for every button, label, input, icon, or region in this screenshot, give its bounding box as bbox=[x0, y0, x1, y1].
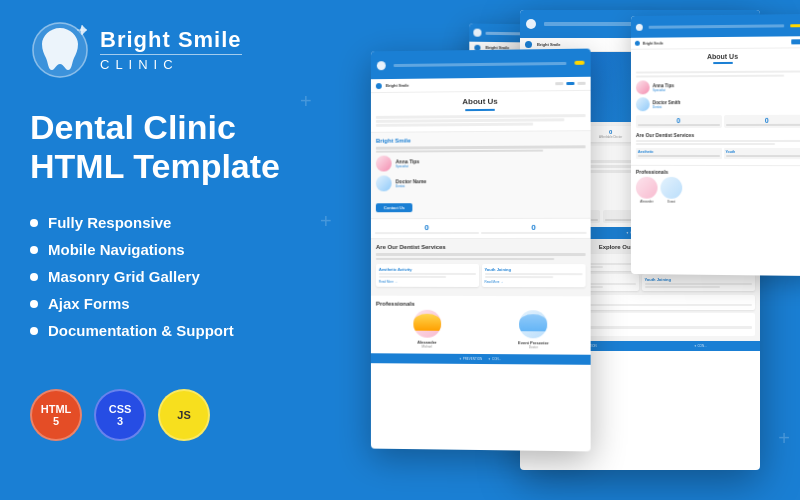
bullet-icon bbox=[30, 273, 38, 281]
features-list: Fully Responsive Mobile Navigations Maso… bbox=[30, 214, 310, 349]
feature-item: Mobile Navigations bbox=[30, 241, 310, 258]
deco-plus-1: + bbox=[300, 90, 312, 113]
html5-badge: HTML5 bbox=[30, 389, 82, 441]
feature-item: Documentation & Support bbox=[30, 322, 310, 339]
logo-subtitle: CLINIC bbox=[100, 54, 242, 72]
logo-icon bbox=[30, 20, 90, 80]
logo-title: Bright Smile bbox=[100, 28, 242, 52]
left-panel: Bright Smile CLINIC Dental ClinicHTML Te… bbox=[0, 0, 340, 500]
css3-badge: CSS3 bbox=[94, 389, 146, 441]
screenshot-front: Bright Smile About Us Bright Smile bbox=[371, 49, 591, 452]
bullet-icon bbox=[30, 246, 38, 254]
bullet-icon bbox=[30, 327, 38, 335]
feature-item: Fully Responsive bbox=[30, 214, 310, 231]
js-badge: JS bbox=[158, 389, 210, 441]
logo-area: Bright Smile CLINIC bbox=[30, 20, 310, 80]
right-panel: Bright Smile Blog bbox=[290, 10, 800, 500]
feature-item: Ajax Forms bbox=[30, 295, 310, 312]
sc-about-header bbox=[631, 14, 800, 38]
deco-plus-3: + bbox=[778, 427, 790, 450]
screenshot-about: Bright Smile About Us Anna Tips Speciali… bbox=[631, 14, 800, 276]
logo-text: Bright Smile CLINIC bbox=[100, 28, 242, 72]
bullet-icon bbox=[30, 300, 38, 308]
bullet-icon bbox=[30, 219, 38, 227]
deco-plus-2: + bbox=[320, 210, 332, 233]
main-title: Dental ClinicHTML Template bbox=[30, 108, 310, 186]
tech-badges: HTML5 CSS3 JS bbox=[30, 389, 310, 441]
feature-item: Masonry Grid Gallery bbox=[30, 268, 310, 285]
sc-front-header bbox=[371, 49, 591, 80]
